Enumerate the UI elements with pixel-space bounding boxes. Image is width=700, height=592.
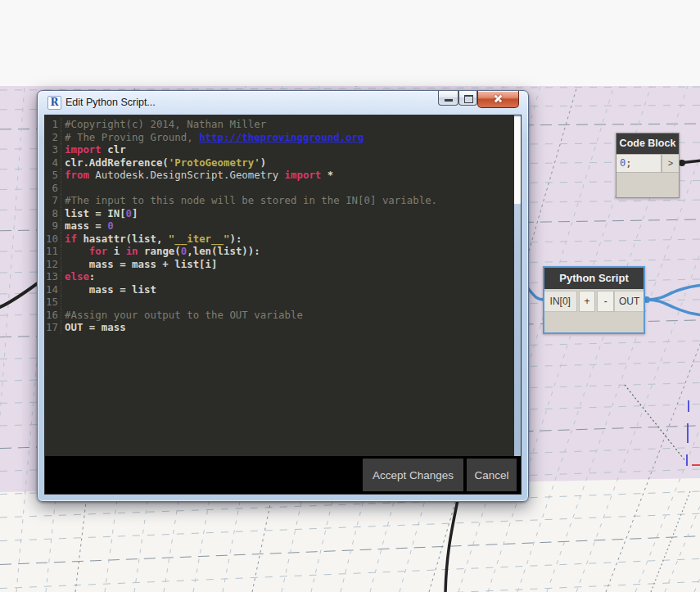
dialog-titlebar[interactable]: R Edit Python Script... [38, 91, 528, 115]
cancel-button[interactable]: Cancel [467, 459, 517, 491]
python-script-title[interactable]: Python Script [544, 268, 644, 289]
input-port-in0[interactable]: IN[0] [544, 291, 577, 312]
code-block-node[interactable]: Code Block 0; > [616, 133, 680, 198]
wire-python-out-upper[interactable] [646, 285, 700, 300]
dialog-client-area: 1#Copyright(c) 2014, Nathan Miller2# The… [44, 115, 522, 495]
code-block-output-port[interactable]: > [662, 154, 679, 173]
code-editor[interactable]: 1#Copyright(c) 2014, Nathan Miller2# The… [45, 115, 514, 462]
close-button[interactable] [477, 91, 519, 108]
wire-codeblock-out[interactable] [680, 160, 700, 163]
python-script-node[interactable]: Python Script IN[0] + - OUT [543, 266, 645, 334]
green-grid-line [625, 385, 686, 462]
revit-icon: R [47, 96, 61, 110]
wire-python-in[interactable] [526, 287, 544, 300]
wire-codeblock-dot [679, 160, 685, 166]
maximize-button[interactable] [458, 91, 477, 106]
output-port-out[interactable]: OUT [614, 291, 644, 312]
dialog-button-bar: Accept Changes Cancel [45, 456, 521, 494]
editor-scrollbar[interactable] [514, 115, 521, 459]
grid-accents [625, 385, 700, 592]
wire-left-black[interactable] [0, 282, 38, 308]
remove-input-button[interactable]: - [597, 291, 614, 312]
code-lines: 1#Copyright(c) 2014, Nathan Miller2# The… [45, 118, 514, 334]
wire-bottom-black[interactable] [445, 500, 458, 592]
edit-python-script-dialog: R Edit Python Script... 1#Copyright(c) 2… [37, 90, 529, 502]
minimize-button[interactable] [438, 91, 458, 106]
dialog-title: Edit Python Script... [65, 91, 156, 115]
minimize-icon [445, 99, 453, 102]
close-icon [493, 93, 504, 104]
code-block-title[interactable]: Code Block [616, 133, 679, 154]
code-input-field[interactable]: 0; [616, 154, 662, 173]
scrollbar-thumb[interactable] [514, 117, 521, 204]
wire-python-out-lower[interactable] [646, 300, 700, 315]
maximize-icon [464, 95, 473, 103]
accept-changes-button[interactable]: Accept Changes [363, 459, 463, 491]
add-input-button[interactable]: + [579, 291, 596, 312]
